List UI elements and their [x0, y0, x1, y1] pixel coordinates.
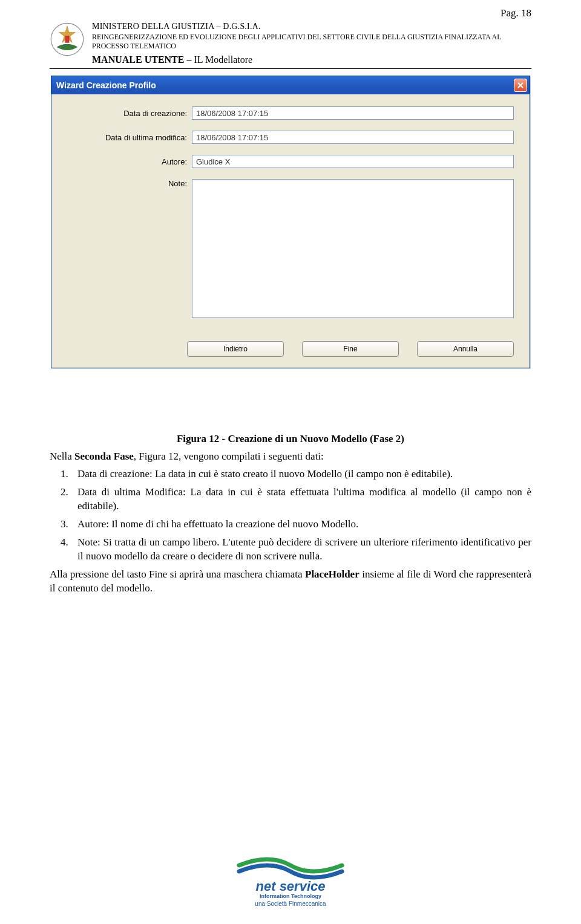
footer-logo: net service Information Technology una S… [233, 854, 348, 907]
list-item: 2.Data di ultima Modifica: La data in cu… [77, 486, 531, 513]
autore-label: Autore: [51, 157, 192, 166]
data-creazione-label: Data di creazione: [51, 109, 192, 118]
dialog-titlebar: Wizard Creazione Profilo [51, 76, 530, 94]
page-header: MINISTERO DELLA GIUSTIZIA – D.G.S.I.A. R… [50, 22, 531, 69]
svg-rect-1 [65, 36, 70, 43]
annulla-button[interactable]: Annulla [417, 341, 514, 357]
fine-button[interactable]: Fine [302, 341, 399, 357]
page-number: Pag. 18 [501, 7, 531, 19]
footer-brand-tag: una Società Finmeccanica [233, 900, 348, 907]
autore-field[interactable]: Giudice X [192, 155, 514, 168]
header-subtitle: REINGEGNERIZZAZIONE ED EVOLUZIONE DEGLI … [92, 33, 531, 51]
body-text: Nella Seconda Fase, Figura 12, vengono c… [50, 450, 531, 599]
list-item: 4.Note: Si tratta di un campo libero. L'… [77, 536, 531, 564]
dialog-title: Wizard Creazione Profilo [56, 80, 156, 90]
data-modifica-label: Data di ultima modifica: [51, 133, 192, 142]
list-item: 1.Data di creazione: La data in cui è st… [77, 467, 531, 481]
footer-brand: net service [256, 879, 326, 894]
italy-emblem-icon [50, 22, 85, 57]
footer-brand-sub: Information Technology [233, 893, 348, 899]
figure-caption: Figura 12 - Creazione di un Nuovo Modell… [50, 433, 531, 445]
note-label: Note: [51, 179, 192, 188]
wizard-dialog: Wizard Creazione Profilo Data di creazio… [51, 76, 530, 368]
header-manual-title: MANUALE UTENTE – IL Modellatore [92, 54, 531, 65]
indietro-button[interactable]: Indietro [187, 341, 284, 357]
close-button[interactable] [514, 79, 527, 92]
close-icon [517, 82, 524, 88]
data-creazione-field: 18/06/2008 17:07:15 [192, 106, 514, 120]
note-field[interactable] [192, 179, 514, 318]
header-ministry: MINISTERO DELLA GIUSTIZIA – D.G.S.I.A. [92, 22, 531, 31]
list-item: 3.Autore: Il nome di chi ha effettuato l… [77, 518, 531, 532]
data-modifica-field: 18/06/2008 17:07:15 [192, 131, 514, 144]
